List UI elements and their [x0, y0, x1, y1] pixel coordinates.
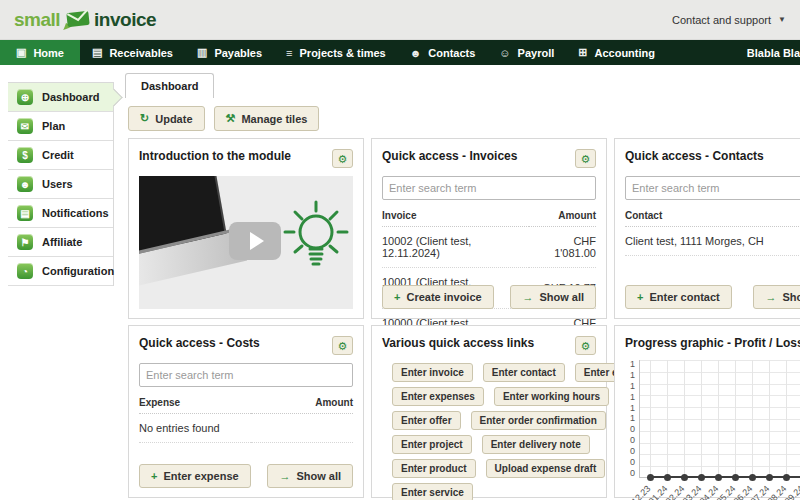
enter-contact-button[interactable]: + Enter contact: [625, 285, 732, 309]
wrench-icon: ⚒: [226, 112, 236, 125]
plus-icon: +: [394, 291, 400, 303]
show-all-costs-button[interactable]: → Show all: [267, 464, 353, 488]
nav-label-projects-times: Projects & times: [300, 47, 386, 59]
manage-tiles-button[interactable]: ⚒ Manage tiles: [214, 106, 320, 131]
contacts-search-input[interactable]: [625, 176, 800, 200]
nav-label-receivables: Receivables: [109, 47, 173, 59]
chart-point: [698, 474, 705, 481]
sidebar-label-notifications: Notifications: [42, 207, 109, 219]
sidebar-label-configuration: Configuration: [42, 265, 114, 277]
create-invoice-button[interactable]: + Create invoice: [382, 285, 494, 309]
y-tick-label: 0: [630, 425, 635, 434]
table-row[interactable]: Client test, 1111 Morges, CH: [625, 227, 800, 256]
y-tick-label: 1: [630, 371, 635, 380]
play-icon: [250, 232, 264, 250]
payables-icon: ▥: [197, 46, 207, 59]
quick-link-button[interactable]: Enter offer: [392, 411, 461, 430]
nav-item-payables[interactable]: ▥ Payables: [185, 40, 274, 65]
quick-link-button[interactable]: Enter service: [392, 483, 473, 500]
sidebar-label-credit: Credit: [42, 149, 74, 161]
receivables-icon: ▤: [92, 46, 102, 59]
sidebar-item-dashboard[interactable]: ⊕ Dashboard: [8, 83, 113, 112]
show-all-contacts-button[interactable]: → Show all: [753, 285, 800, 309]
y-tick-label: 1: [630, 382, 635, 391]
play-button[interactable]: [229, 222, 281, 260]
tile-settings-gear-icon[interactable]: ⚙: [332, 149, 353, 168]
chart-point: [732, 474, 739, 481]
chart-point: [647, 474, 654, 481]
nav-item-home[interactable]: ▣ Home: [0, 40, 80, 65]
nav-item-payroll[interactable]: ☺ Payroll: [487, 40, 566, 65]
sidebar-item-notifications[interactable]: ▤ Notifications: [8, 199, 113, 228]
nav-item-accounting[interactable]: ⊞ Accounting: [566, 40, 667, 65]
tile-settings-gear-icon[interactable]: ⚙: [575, 336, 596, 355]
app-logo[interactable]: small invoice: [14, 9, 156, 31]
contacts-col-contact: Contact: [625, 204, 800, 227]
costs-empty-text: No entries found: [139, 414, 353, 443]
costs-col-amount: Amount: [251, 391, 354, 414]
nav-item-projects-times[interactable]: ≡ Projects & times: [274, 40, 398, 65]
sidebar-item-users[interactable]: ☻ Users: [8, 170, 113, 199]
logo-text-invoice: invoice: [94, 9, 156, 31]
costs-search-input[interactable]: [139, 363, 353, 387]
y-tick-label: 0: [630, 469, 635, 478]
nav-item-contacts[interactable]: ☻ Contacts: [398, 40, 488, 65]
logo-text-small: small: [14, 9, 60, 31]
configuration-icon: ◔: [17, 263, 33, 279]
quick-link-button[interactable]: Enter product: [392, 459, 476, 478]
chart-point: [783, 474, 790, 481]
affiliate-icon: ⚑: [17, 234, 33, 250]
sidebar-item-affiliate[interactable]: ⚑ Affiliate: [8, 228, 113, 257]
tile-settings-gear-icon[interactable]: ⚙: [575, 149, 596, 168]
users-icon: ☻: [17, 176, 33, 192]
credit-icon: $: [17, 147, 33, 163]
payroll-icon: ☺: [499, 47, 510, 59]
tile-quick-access-costs: Quick access - Costs ⚙ Expense Amount No…: [128, 325, 364, 498]
invoices-search-input[interactable]: [382, 176, 596, 200]
user-menu[interactable]: Blabla Bla: [747, 40, 800, 65]
arrow-right-icon: →: [522, 291, 533, 303]
quick-link-button[interactable]: Enter expenses: [392, 387, 484, 406]
show-all-invoices-button[interactable]: → Show all: [510, 285, 596, 309]
quick-link-button[interactable]: Enter working hours: [494, 387, 609, 406]
tile-title-progress-graphic: Progress graphic - Profit / Loss: [625, 336, 800, 350]
y-tick-label: 0: [630, 447, 635, 456]
arrow-right-icon: →: [279, 470, 290, 482]
nav-label-home: Home: [33, 47, 64, 59]
contact-support-menu[interactable]: Contact and support ▼: [672, 14, 786, 26]
show-all-label: Show all: [296, 470, 341, 482]
quick-link-button[interactable]: Enter contact: [483, 363, 565, 382]
y-tick-label: 1: [630, 393, 635, 402]
quick-link-button[interactable]: Enter project: [392, 435, 472, 454]
sidebar-label-plan: Plan: [42, 120, 65, 132]
nav-label-accounting: Accounting: [595, 47, 656, 59]
main-nav: ▣ Home ▤ Receivables ▥ Payables ≡ Projec…: [0, 40, 800, 65]
profit-loss-chart: 11111100000: [625, 360, 800, 478]
nav-label-payroll: Payroll: [518, 47, 555, 59]
tile-title-invoices: Quick access - Invoices: [382, 149, 517, 163]
contact-label: Client test, 1111 Morges, CH: [625, 227, 800, 256]
lightbulb-icon: [283, 194, 349, 290]
sidebar-item-plan[interactable]: ✉ Plan: [8, 112, 113, 141]
enter-expense-button[interactable]: + Enter expense: [139, 464, 251, 488]
nav-label-contacts: Contacts: [428, 47, 475, 59]
video-thumbnail[interactable]: [139, 176, 353, 309]
chart-point: [715, 474, 722, 481]
invoice-label: 10002 (Client test, 12.11.2024): [382, 227, 529, 268]
quick-link-button[interactable]: Upload expense draft: [486, 459, 606, 478]
logo-envelope-icon: [62, 9, 92, 31]
sidebar-item-credit[interactable]: $ Credit: [8, 141, 113, 170]
sidebar-item-configuration[interactable]: ◔ Configuration: [8, 257, 113, 286]
table-row[interactable]: 10002 (Client test, 12.11.2024) CHF 1'08…: [382, 227, 596, 268]
dashboard-icon: ⊕: [17, 89, 33, 105]
quick-link-button[interactable]: Enter invoice: [392, 363, 473, 382]
quick-link-button[interactable]: Enter delivery note: [482, 435, 590, 454]
quick-link-button[interactable]: Enter order confirmation: [471, 411, 606, 430]
update-button[interactable]: ↻ Update: [128, 106, 205, 131]
nav-item-receivables[interactable]: ▤ Receivables: [80, 40, 185, 65]
tile-settings-gear-icon[interactable]: ⚙: [332, 336, 353, 355]
sidebar-label-dashboard: Dashboard: [42, 91, 99, 103]
tab-dashboard[interactable]: Dashboard: [125, 73, 214, 98]
notifications-icon: ▤: [17, 205, 33, 221]
arrow-right-icon: →: [765, 291, 776, 303]
